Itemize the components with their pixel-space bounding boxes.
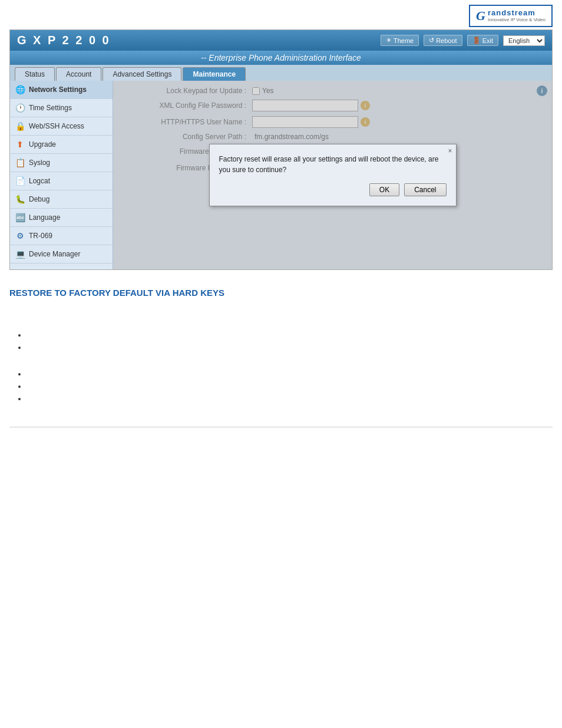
time-icon: 🕐: [15, 103, 25, 113]
logo-text: randstream Innovative IP Voice & Video: [488, 9, 546, 22]
list-item: [27, 394, 553, 403]
subtitle-text: -- Enterprise Phone Administration Inter…: [201, 53, 361, 62]
exit-label: Exit: [482, 37, 493, 44]
theme-icon: ☀: [386, 37, 392, 44]
upgrade-icon: ⬆: [15, 139, 25, 150]
admin-panel: G X P 2 2 0 0 ☀ Theme ↺ Reboot 🚪 Exit En…: [9, 29, 553, 270]
exit-icon: 🚪: [472, 37, 481, 44]
logo-g-letter: G: [476, 8, 485, 24]
sidebar-label-debug: Debug: [29, 195, 49, 203]
exit-button[interactable]: 🚪 Exit: [467, 35, 498, 46]
nav-tabs: Status Account Advanced Settings Mainten…: [10, 65, 552, 81]
header-bar: G X P 2 2 0 0 ☀ Theme ↺ Reboot 🚪 Exit En…: [10, 30, 552, 51]
dialog-message: Factory reset will erase all your settin…: [219, 154, 447, 175]
sidebar-label-tr069: TR-069: [29, 232, 52, 240]
dialog-close-button[interactable]: ×: [448, 147, 452, 155]
tab-status[interactable]: Status: [15, 67, 55, 81]
debug-icon: 🐛: [15, 194, 25, 205]
reboot-label: Reboot: [436, 37, 457, 44]
tab-maintenance[interactable]: Maintenance: [183, 67, 246, 81]
sidebar-item-debug[interactable]: 🐛 Debug: [10, 190, 113, 209]
list-item: [27, 343, 553, 352]
sidebar: 🌐 Network Settings 🕐 Time Settings 🔒 Web…: [10, 81, 113, 269]
dialog-buttons: OK Cancel: [219, 183, 447, 196]
sidebar-item-device-manager[interactable]: 💻 Device Manager: [10, 245, 113, 263]
sidebar-item-syslog[interactable]: 📋 Syslog: [10, 154, 113, 172]
network-icon: 🌐: [15, 84, 25, 95]
sidebar-label-web-ssh: Web/SSH Access: [29, 122, 84, 130]
logo-box: G randstream Innovative IP Voice & Video: [469, 5, 553, 27]
logcat-icon: 📄: [15, 176, 25, 186]
language-icon: 🔤: [15, 212, 25, 223]
sidebar-label-time: Time Settings: [29, 104, 72, 112]
sidebar-item-language[interactable]: 🔤 Language: [10, 209, 113, 227]
restore-title: RESTORE TO FACTORY DEFAULT VIA HARD KEYS: [9, 288, 553, 298]
header-controls: ☀ Theme ↺ Reboot 🚪 Exit English Chinese …: [381, 35, 545, 46]
sidebar-label-network: Network Settings: [29, 85, 87, 94]
syslog-icon: 📋: [15, 157, 25, 168]
sidebar-item-network-settings[interactable]: 🌐 Network Settings: [10, 81, 113, 99]
logo-brand: randstream: [488, 9, 546, 17]
theme-button[interactable]: ☀ Theme: [381, 35, 419, 46]
model-title: G X P 2 2 0 0: [17, 34, 111, 47]
dialog-ok-button[interactable]: OK: [369, 183, 399, 196]
list-item: [27, 370, 553, 378]
tr069-icon: ⚙: [15, 230, 25, 241]
device-manager-icon: 💻: [15, 249, 25, 259]
logo-area: G randstream Innovative IP Voice & Video: [0, 0, 562, 29]
list-item: [27, 331, 553, 340]
sidebar-label-upgrade: Upgrade: [29, 140, 56, 149]
sidebar-item-logcat[interactable]: 📄 Logcat: [10, 172, 113, 190]
restore-section: RESTORE TO FACTORY DEFAULT VIA HARD KEYS: [9, 288, 553, 403]
tab-advanced-settings[interactable]: Advanced Settings: [103, 67, 181, 81]
main-content: i Lock Keypad for Update : Yes XML Confi…: [113, 81, 552, 269]
sidebar-label-device-manager: Device Manager: [29, 250, 80, 258]
restore-list-group2: [27, 370, 553, 403]
dialog-overlay: × Factory reset will erase all your sett…: [113, 81, 552, 269]
list-item: [27, 382, 553, 391]
tab-account[interactable]: Account: [56, 67, 101, 81]
dialog-cancel-button[interactable]: Cancel: [404, 183, 446, 196]
theme-label: Theme: [394, 37, 414, 44]
language-select[interactable]: English Chinese French Spanish: [503, 35, 545, 46]
footer-line: [9, 427, 553, 427]
sidebar-item-time-settings[interactable]: 🕐 Time Settings: [10, 99, 113, 117]
dialog-box: × Factory reset will erase all your sett…: [209, 144, 457, 206]
sidebar-label-language: Language: [29, 213, 60, 222]
sidebar-label-syslog: Syslog: [29, 159, 50, 167]
reboot-button[interactable]: ↺ Reboot: [424, 35, 462, 46]
sidebar-label-logcat: Logcat: [29, 177, 50, 185]
web-ssh-icon: 🔒: [15, 121, 25, 131]
logo-tagline: Innovative IP Voice & Video: [488, 18, 546, 23]
sidebar-item-web-ssh[interactable]: 🔒 Web/SSH Access: [10, 117, 113, 136]
reboot-icon: ↺: [429, 37, 434, 44]
restore-list-group1: [27, 331, 553, 352]
sidebar-item-upgrade[interactable]: ⬆ Upgrade: [10, 136, 113, 154]
subtitle-bar: -- Enterprise Phone Administration Inter…: [10, 51, 552, 65]
sidebar-item-tr069[interactable]: ⚙ TR-069: [10, 227, 113, 245]
content-area: 🌐 Network Settings 🕐 Time Settings 🔒 Web…: [10, 81, 552, 269]
